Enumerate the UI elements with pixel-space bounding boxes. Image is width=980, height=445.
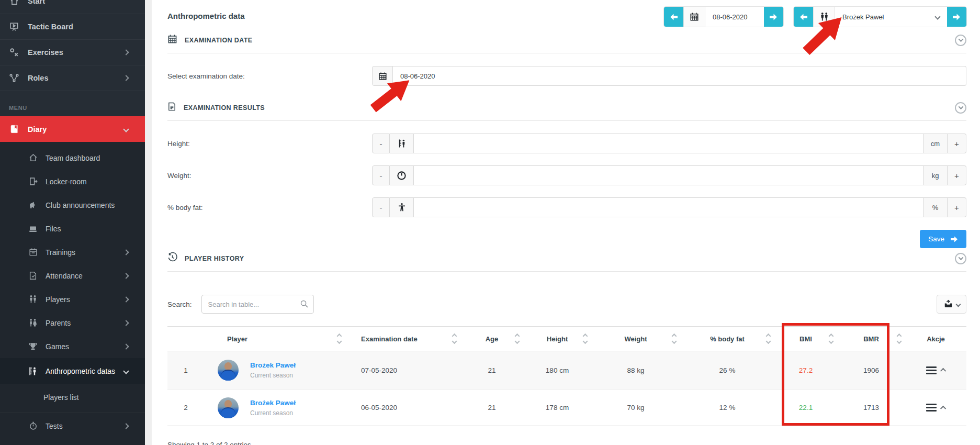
examination-results-header: EXAMINATION RESULTS xyxy=(167,102,966,114)
col-examination-date[interactable]: Examination date xyxy=(345,335,460,343)
row-actions-button[interactable] xyxy=(905,366,966,374)
players-icon xyxy=(813,7,835,27)
chevron-right-icon xyxy=(123,296,129,302)
sidebar-item-tests[interactable]: Tests xyxy=(0,413,145,439)
examination-date-input[interactable] xyxy=(393,66,966,86)
table-row: 2 Brożek Paweł Current season 06-05-2020… xyxy=(167,390,966,426)
player-prev-button[interactable] xyxy=(794,7,813,27)
chevron-right-icon xyxy=(123,49,129,55)
player-cell: Brożek Paweł Current season xyxy=(204,397,345,418)
scroll-gutter[interactable] xyxy=(145,0,152,445)
sidebar-item-exercises[interactable]: Exercises xyxy=(0,40,145,65)
sidebar-item-diary[interactable]: Diary xyxy=(0,116,145,142)
sidebar-item-attendance[interactable]: Attendance xyxy=(0,264,145,287)
sort-icon[interactable] xyxy=(453,335,456,343)
body-fat-cell: 12 % xyxy=(680,404,774,411)
collapse-section-button[interactable] xyxy=(955,253,966,264)
sidebar-item-club-announcements[interactable]: Club announcements xyxy=(0,193,145,217)
sort-icon[interactable] xyxy=(672,335,676,343)
exam-date-cell: 07-05-2020 xyxy=(345,366,460,374)
chevron-down-icon xyxy=(955,302,961,307)
select-examination-date-row: Select examination date: xyxy=(167,66,966,86)
height-increment-button[interactable]: + xyxy=(948,134,966,153)
document-check-icon xyxy=(28,271,38,280)
sort-icon[interactable] xyxy=(337,335,341,343)
bmr-cell: 1906 xyxy=(837,366,905,374)
weight-increment-button[interactable]: + xyxy=(948,165,966,185)
sidebar-item-anthropometric-datas[interactable]: Anthropometric datas xyxy=(0,358,145,384)
save-button[interactable]: Save xyxy=(920,230,966,248)
two-people-icon xyxy=(28,295,38,304)
sidebar-item-files[interactable]: Files xyxy=(0,217,145,240)
calendar-icon[interactable] xyxy=(372,66,393,86)
sort-icon[interactable] xyxy=(583,335,587,343)
book-icon xyxy=(9,125,19,134)
weight-input[interactable] xyxy=(414,165,923,185)
sidebar-item-locker-room[interactable]: Locker-room xyxy=(0,170,145,193)
bmi-cell: 22.1 xyxy=(774,404,837,411)
chevron-right-icon xyxy=(123,423,129,429)
table-header-row: Player Examination date Age Height Weigh… xyxy=(167,326,966,351)
col-bmr[interactable]: BMR xyxy=(837,335,905,343)
player-select[interactable]: Brożek Paweł xyxy=(835,7,947,27)
sidebar-item-players[interactable]: Players xyxy=(0,287,145,311)
sidebar-item-trainings[interactable]: Trainings xyxy=(0,240,145,264)
weight-scale-icon xyxy=(390,165,414,185)
height-decrement-button[interactable]: - xyxy=(372,134,390,153)
sidebar-item-parents[interactable]: Parents xyxy=(0,311,145,335)
player-avatar xyxy=(218,360,239,381)
sidebar-item-tactic-board[interactable]: Tactic Board xyxy=(0,14,145,40)
sidebar-item-games[interactable]: Games xyxy=(0,335,145,358)
sort-icon[interactable] xyxy=(767,335,770,343)
weight-decrement-button[interactable]: - xyxy=(372,165,390,185)
sidebar-item-players-list[interactable]: Players list xyxy=(0,384,145,410)
search-input[interactable] xyxy=(201,295,314,314)
player-name-link[interactable]: Brożek Paweł xyxy=(250,399,296,407)
calendar-button[interactable] xyxy=(683,7,705,27)
export-button[interactable] xyxy=(937,295,966,314)
collapse-section-button[interactable] xyxy=(955,102,966,114)
body-fat-unit: % xyxy=(923,197,948,217)
player-next-button[interactable] xyxy=(947,7,966,27)
chevron-up-icon xyxy=(940,405,945,411)
body-fat-row: % body fat: - % + xyxy=(167,197,966,217)
date-next-button[interactable] xyxy=(764,7,783,27)
table-toolbar: Search: xyxy=(167,295,966,314)
sort-icon[interactable] xyxy=(829,335,833,343)
sort-icon[interactable] xyxy=(515,335,519,343)
sort-icon[interactable] xyxy=(897,335,901,343)
col-height[interactable]: Height xyxy=(523,335,591,343)
height-input[interactable] xyxy=(414,134,923,153)
row-actions-button[interactable] xyxy=(905,404,966,411)
player-name-link[interactable]: Brożek Paweł xyxy=(250,361,296,369)
body-fat-increment-button[interactable]: + xyxy=(948,197,966,217)
col-age[interactable]: Age xyxy=(460,335,523,343)
height-cell: 178 cm xyxy=(523,404,591,411)
tactics-icon xyxy=(9,48,19,57)
date-prev-button[interactable] xyxy=(664,7,683,27)
body-fat-input[interactable] xyxy=(414,197,923,217)
diary-submenu: Team dashboard Locker-room Club announce… xyxy=(0,142,145,445)
menu-icon xyxy=(926,404,937,411)
collapse-section-button[interactable] xyxy=(955,35,966,46)
calendar-icon xyxy=(167,34,177,46)
weight-cell: 88 kg xyxy=(591,366,680,374)
col-bmi[interactable]: BMI xyxy=(774,335,837,343)
divider xyxy=(167,53,966,53)
examination-date-field xyxy=(372,66,966,86)
bmr-cell: 1713 xyxy=(837,404,905,411)
search-icon xyxy=(300,299,309,310)
sidebar-item-team-dashboard[interactable]: Team dashboard xyxy=(0,146,145,170)
body-fat-decrement-button[interactable]: - xyxy=(372,197,390,217)
chevron-up-icon xyxy=(940,368,945,374)
chevron-right-icon xyxy=(123,343,129,349)
divider xyxy=(167,271,966,272)
col-body-fat[interactable]: % body fat xyxy=(680,335,774,343)
sidebar-item-roles[interactable]: Roles xyxy=(0,65,145,91)
sidebar-item-start[interactable]: Start xyxy=(0,0,145,14)
date-nav-input[interactable] xyxy=(705,7,764,27)
col-player[interactable]: Player xyxy=(204,335,345,343)
col-weight[interactable]: Weight xyxy=(591,335,680,343)
chevron-right-icon xyxy=(123,320,129,326)
table-entries-info: Showing 1 to 2 of 2 entries xyxy=(167,441,966,445)
